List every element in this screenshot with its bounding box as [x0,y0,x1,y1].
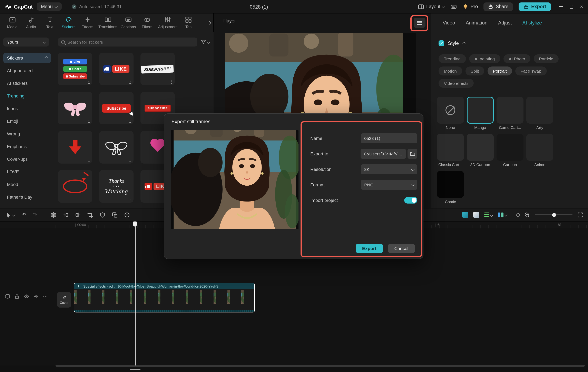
overlay-button[interactable] [112,212,118,218]
resolution-dropdown[interactable]: 8K [361,164,417,174]
trim-right-button[interactable] [75,212,81,218]
sidebar-item-emphasis[interactable]: Emphasis [3,141,51,152]
tab-stickers[interactable]: Stickers [60,16,78,29]
sticker-circle-annotation[interactable]: ↓ [58,170,92,203]
style-3d-cartoon[interactable]: 3D Cartoon [467,134,494,167]
window-close-button[interactable]: × [580,4,583,9]
sidebar-item-ai-generated[interactable]: AI generated [3,65,51,76]
timeline-view-button[interactable] [498,212,507,217]
sidebar-item-fathers-day[interactable]: Father's Day [3,192,51,202]
dialog-cancel-button[interactable]: Cancel [388,244,415,253]
track-select-icon[interactable] [5,294,10,299]
share-button[interactable]: Share [484,2,513,11]
add-button[interactable] [124,212,130,218]
chip-ai-photo[interactable]: AI Photo [503,54,530,63]
tab-effects[interactable]: Effects [78,16,96,29]
download-icon[interactable]: ↓ [170,79,172,84]
chip-particle[interactable]: Particle [534,54,559,63]
sticker-like-share-subscribe[interactable]: Like Share Subscribe ↓ [58,53,92,85]
scrollbar-thumb[interactable] [130,369,140,370]
redo-button[interactable]: ↷ [33,212,37,217]
shortcut-panel-button[interactable] [451,3,457,10]
sticker-outline-bow[interactable]: ↓ [99,131,134,164]
sidebar-item-trending[interactable]: Trending [3,90,51,101]
window-maximize-button[interactable] [570,5,574,8]
tab-text[interactable]: Text [41,16,59,29]
search-input[interactable] [67,40,194,44]
tab-adjust[interactable]: Adjust [498,20,512,26]
window-minimize-button[interactable] [559,6,563,7]
style-none[interactable]: None [437,97,464,130]
player-menu-button[interactable] [414,18,425,28]
export-button[interactable]: Export [519,2,551,11]
download-icon[interactable]: ↓ [129,79,131,84]
sticker-like-badge[interactable]: LIKE ↓ [99,53,134,85]
tab-strip-overflow-button[interactable] [207,18,212,27]
speaker-icon[interactable] [33,294,39,299]
sidebar-item-cover-ups[interactable]: Cover-ups [3,154,51,164]
download-icon[interactable]: ↓ [129,118,131,123]
chip-portrait[interactable]: Portrait [488,67,512,75]
tab-templates[interactable]: Ten [179,16,198,29]
sticker-search-box[interactable] [58,38,197,47]
style-anime[interactable]: Anime [526,134,553,167]
sidebar-item-ai-stickers[interactable]: AI stickers [3,78,51,89]
dialog-export-button[interactable]: Export [356,244,383,253]
sidebar-item-love[interactable]: LOVE [3,166,51,177]
style-arty[interactable]: Arty [526,97,553,130]
crop-button[interactable] [87,212,93,218]
chip-trending[interactable]: Trending [439,54,466,63]
format-dropdown[interactable]: PNG [361,180,417,190]
download-icon[interactable]: ↓ [88,157,90,162]
chip-ai-painting[interactable]: AI painting [469,54,500,63]
split-button[interactable] [51,212,56,218]
tab-ai-stylize[interactable]: AI stylize [522,20,542,26]
style-cartoon[interactable]: Cartoon [496,134,524,167]
source-filter-dropdown[interactable]: Yours [3,38,49,47]
style-manga[interactable]: Manga [467,97,494,130]
download-icon[interactable]: ↓ [88,197,90,201]
zoom-out-button[interactable] [524,212,530,218]
style-classic-cartoon[interactable]: Classic Cart... [437,134,464,167]
tab-animation[interactable]: Animation [466,20,488,26]
tab-captions[interactable]: Captions [119,16,137,29]
style-comic[interactable]: Comic [437,171,464,204]
sidebar-item-wrong[interactable]: Wrong [3,129,51,139]
download-icon[interactable]: ↓ [88,118,90,123]
menu-button[interactable]: Menu [37,2,62,10]
download-icon[interactable]: ↓ [129,197,131,201]
tab-video[interactable]: Video [443,20,455,26]
playhead-line[interactable] [135,221,135,365]
chip-video-effects[interactable]: Video effects [439,79,474,88]
undo-button[interactable]: ↶ [22,212,26,217]
pro-badge[interactable]: Pro [463,4,478,9]
smart-tool-button[interactable] [462,212,468,218]
sticker-pink-bow[interactable]: ↓ [58,92,92,124]
chip-split[interactable]: Split [465,67,484,75]
sidebar-item-mood[interactable]: Mood [3,179,51,190]
download-icon[interactable]: ↓ [88,79,90,84]
slider-handle[interactable] [552,213,556,217]
keyframe-button[interactable] [516,213,519,216]
chip-face-swap[interactable]: Face swap [515,67,547,75]
name-field[interactable] [361,133,417,143]
zoom-fit-button[interactable] [578,212,583,218]
eye-icon[interactable] [24,294,29,299]
sidebar-item-stickers[interactable]: Stickers [3,53,51,63]
style-game-cartoon[interactable]: Game Cart... [496,97,524,130]
sticker-subscribe-ribbon[interactable]: SUBSCRIBE! ↓ [140,53,175,85]
lock-icon[interactable] [14,294,20,299]
sticker-subscribe-button[interactable]: Subscribe ↓ [99,92,134,124]
export-path-input[interactable] [364,151,403,156]
layout-button[interactable]: Layout [418,3,445,10]
browse-folder-button[interactable] [408,149,417,159]
render-preview-button[interactable] [473,212,479,218]
tab-audio[interactable]: Audio [22,16,40,29]
timeline-zoom-slider[interactable] [535,214,572,215]
sticker-filter-button[interactable] [200,39,210,45]
name-input[interactable] [364,136,414,141]
sidebar-item-icons[interactable]: Icons [3,103,51,114]
trim-left-button[interactable] [63,212,69,218]
chip-motion[interactable]: Motion [439,67,462,75]
sticker-red-arrow[interactable]: ↓ [58,131,92,164]
